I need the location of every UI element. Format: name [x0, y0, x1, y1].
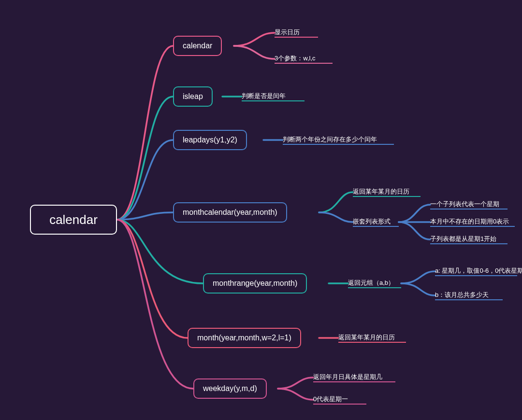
- node-monthcalendar[interactable]: monthcalendar(year,month): [173, 202, 287, 223]
- node-weekday[interactable]: weekday(y,m,d): [193, 378, 267, 399]
- underline: [435, 299, 503, 300]
- node-leapdays-label: leapdays(y1,y2): [183, 136, 237, 144]
- leaf-mr-a: a: 星期几，取值0-6，0代表星期一: [435, 266, 522, 275]
- leaf-cal-params: 3个参数：w,l,c: [275, 54, 316, 63]
- underline: [275, 63, 333, 64]
- leaf-mc-n1: 一个子列表代表一个星期: [430, 200, 499, 209]
- underline: [348, 287, 401, 288]
- underline: [275, 37, 318, 38]
- root-label: calendar: [49, 212, 98, 227]
- leaf-mr-b: b：该月总共多少天: [435, 291, 489, 299]
- leaf-mc-nested: 嵌套列表形式: [353, 217, 391, 226]
- node-calendar-label: calendar: [183, 42, 212, 50]
- leaf-month-desc: 返回某年某月的日历: [338, 333, 395, 342]
- node-month-label: month(year,month,w=2,l=1): [197, 334, 291, 342]
- underline: [313, 381, 395, 382]
- underline: [242, 100, 304, 101]
- leaf-cal-show: 显示日历: [275, 28, 300, 37]
- underline: [430, 226, 515, 227]
- node-month[interactable]: month(year,month,w=2,l=1): [188, 328, 301, 348]
- underline: [430, 243, 508, 244]
- leaf-isleap-desc: 判断是否是闰年: [242, 92, 286, 100]
- leaf-wd-desc: 返回年月日具体是星期几: [313, 373, 382, 381]
- underline: [353, 226, 399, 227]
- node-isleap-label: isleap: [183, 92, 203, 101]
- node-monthrange-label: monthrange(year,month): [213, 279, 297, 288]
- node-monthcalendar-label: monthcalendar(year,month): [183, 208, 277, 217]
- leaf-leapdays-desc: 判断两个年份之间存在多少个闰年: [283, 135, 377, 144]
- underline: [353, 196, 420, 197]
- root-node[interactable]: calendar: [30, 205, 117, 235]
- leaf-mc-n2: 本月中不存在的日期用0表示: [430, 217, 509, 226]
- node-weekday-label: weekday(y,m,d): [203, 384, 257, 393]
- node-calendar[interactable]: calendar: [173, 36, 222, 56]
- node-isleap[interactable]: isleap: [173, 86, 213, 107]
- underline: [338, 342, 406, 343]
- underline: [435, 275, 517, 276]
- leaf-mr-tuple: 返回元组（a,b）: [348, 279, 394, 287]
- node-leapdays[interactable]: leapdays(y1,y2): [173, 130, 247, 150]
- underline: [430, 209, 508, 210]
- underline: [313, 404, 366, 405]
- node-monthrange[interactable]: monthrange(year,month): [203, 273, 307, 294]
- leaf-mc-n3: 子列表都是从星期1开始: [430, 235, 496, 243]
- underline: [283, 144, 394, 145]
- leaf-wd-zero: 0代表星期一: [313, 395, 348, 404]
- leaf-mc-desc: 返回某年某月的日历: [353, 187, 409, 196]
